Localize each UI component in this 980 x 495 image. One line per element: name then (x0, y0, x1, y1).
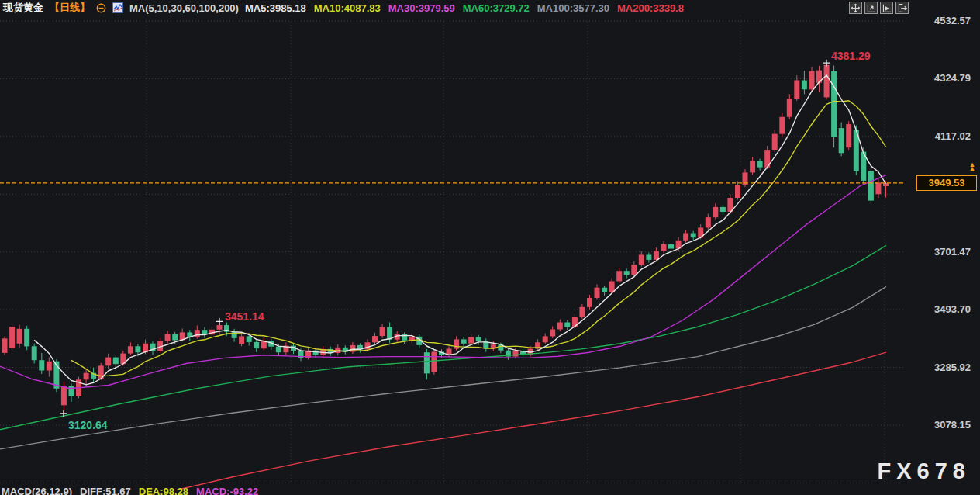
ma-value-label: MA5:3985.18 (245, 2, 306, 14)
candle[interactable] (61, 386, 67, 405)
candle[interactable] (564, 323, 570, 327)
candle[interactable] (113, 358, 119, 365)
candle[interactable] (846, 124, 851, 147)
timeframe-label[interactable]: 【日线】 (50, 1, 90, 15)
candle[interactable] (794, 81, 799, 99)
symbol-title: 现货黄金 (3, 1, 43, 15)
candle[interactable] (550, 330, 555, 337)
ma-line-ma200 (177, 352, 886, 490)
candle[interactable] (735, 185, 740, 198)
candle[interactable] (165, 334, 171, 341)
price-up-arrow-icon: ▲▲ (968, 163, 977, 171)
candle[interactable] (17, 329, 22, 344)
candle[interactable] (39, 360, 44, 370)
macd-segment: DEA:98.28 (139, 486, 188, 495)
ma-params-label: MA(5,10,30,60,100,200) (129, 2, 239, 14)
candle[interactable] (513, 351, 519, 357)
macd-segment: MACD(26,12,9) (2, 486, 72, 495)
candle[interactable] (809, 71, 815, 90)
candle[interactable] (631, 265, 637, 275)
axis-tick-label: 3078.15 (909, 419, 971, 431)
candle[interactable] (802, 81, 807, 90)
candle[interactable] (624, 271, 630, 275)
price-annotation: 3451.14 (225, 310, 264, 323)
candle[interactable] (779, 117, 785, 134)
candle[interactable] (831, 71, 837, 137)
candle[interactable] (661, 244, 667, 251)
watermark: FX678 (878, 459, 971, 484)
candle[interactable] (602, 288, 607, 292)
candle[interactable] (579, 307, 585, 317)
candle[interactable] (543, 336, 548, 342)
candle[interactable] (424, 352, 430, 373)
macd-indicator-label: MACD(26,12,9)DIFF:51.67DEA:98.28MACD:-93… (2, 486, 266, 495)
collapse-indicator-icon[interactable] (96, 3, 106, 13)
candle[interactable] (476, 338, 481, 342)
candle[interactable] (195, 330, 200, 338)
candle[interactable] (217, 325, 223, 330)
candle[interactable] (616, 271, 622, 281)
candle[interactable] (313, 351, 319, 355)
candle[interactable] (9, 327, 15, 348)
candle[interactable] (868, 171, 874, 201)
candle[interactable] (683, 234, 688, 241)
candle[interactable] (247, 336, 252, 342)
candle[interactable] (654, 251, 659, 260)
candle[interactable] (720, 207, 726, 212)
candle[interactable] (2, 338, 8, 353)
candle[interactable] (587, 298, 592, 307)
candle[interactable] (557, 323, 563, 330)
pane-play-button[interactable] (880, 2, 893, 14)
candle[interactable] (750, 161, 755, 172)
candle[interactable] (772, 134, 778, 150)
exit-fullscreen-button[interactable] (895, 2, 909, 14)
pan-tool-button[interactable] (849, 2, 862, 14)
candle[interactable] (128, 346, 133, 353)
candle[interactable] (32, 346, 37, 360)
candlestick-chart[interactable]: 4381.293451.143120.64 (0, 0, 980, 495)
axis-tick-label: 3701.47 (909, 246, 971, 258)
candle[interactable] (468, 338, 474, 344)
ma-value-label: MA200:3339.8 (617, 2, 684, 14)
candle[interactable] (47, 362, 52, 371)
axis-tick-label: 3493.70 (909, 303, 971, 315)
candle[interactable] (706, 217, 711, 227)
candle[interactable] (454, 339, 459, 348)
candle[interactable] (172, 334, 178, 341)
ma-value-label: MA30:3979.59 (388, 2, 455, 14)
candle[interactable] (380, 327, 385, 337)
candle[interactable] (239, 336, 244, 344)
candle[interactable] (668, 244, 674, 249)
candle[interactable] (461, 339, 467, 343)
candle[interactable] (787, 99, 792, 117)
chart-type-icon[interactable] (112, 2, 123, 13)
candle[interactable] (839, 128, 844, 153)
candle[interactable] (646, 255, 651, 260)
candle[interactable] (254, 342, 259, 348)
candle[interactable] (572, 317, 578, 327)
candle[interactable] (135, 346, 140, 352)
candle[interactable] (757, 161, 763, 167)
candle[interactable] (824, 65, 830, 98)
candle[interactable] (84, 373, 89, 380)
candle[interactable] (875, 182, 881, 194)
ma-value-label: MA60:3729.72 (463, 2, 530, 14)
candle[interactable] (24, 329, 29, 347)
candle[interactable] (372, 336, 378, 342)
current-price-tag: 3949.53 (916, 175, 977, 191)
candle[interactable] (276, 347, 281, 353)
candle[interactable] (431, 352, 437, 373)
candle[interactable] (713, 207, 718, 217)
chart-header: 现货黄金 【日线】 MA(5,10,30,60,100,200) MA5:398… (0, 0, 980, 16)
axis-tick-label: 4117.02 (909, 130, 971, 142)
header-toolbar (849, 2, 909, 14)
candle[interactable] (365, 342, 371, 349)
extreme-cross-marker (216, 318, 223, 325)
candle[interactable] (105, 358, 111, 366)
candle[interactable] (691, 234, 696, 238)
current-price-value: 3949.53 (929, 177, 965, 189)
pane-zoom-button[interactable] (864, 2, 878, 14)
axis-tick-label: 4324.79 (909, 72, 971, 84)
candle[interactable] (595, 288, 600, 298)
candle[interactable] (639, 255, 644, 265)
